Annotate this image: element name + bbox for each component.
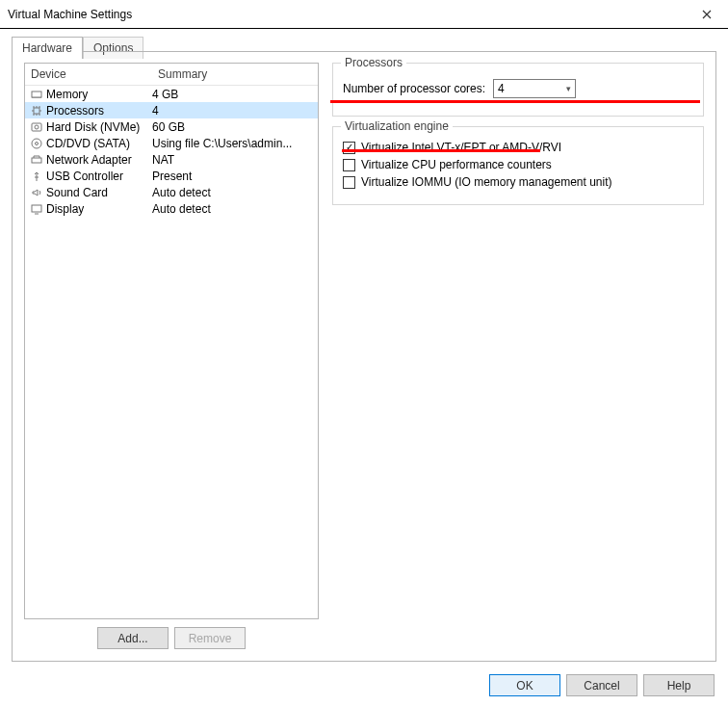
iommu-checkbox-row: Virtualize IOMMU (IO memory management u… <box>343 175 693 189</box>
config-panel: Processors Number of processor cores: 4 … <box>332 63 704 649</box>
device-grid-header: Device Summary <box>25 64 318 86</box>
svg-rect-0 <box>32 92 41 97</box>
device-row-display[interactable]: Display Auto detect <box>25 200 318 217</box>
svg-rect-7 <box>32 205 41 212</box>
device-name: Network Adapter <box>44 153 152 167</box>
device-summary: Present <box>152 170 314 183</box>
device-grid: Device Summary Memory 4 GB Processors 4 <box>24 63 319 619</box>
perf-checkbox[interactable] <box>343 159 355 171</box>
device-row-harddisk[interactable]: Hard Disk (NVMe) 60 GB <box>25 118 318 135</box>
svg-rect-2 <box>32 123 41 131</box>
device-name: Display <box>44 202 152 216</box>
iommu-checkbox[interactable] <box>343 176 355 189</box>
device-row-usb[interactable]: USB Controller Present <box>25 168 318 184</box>
add-button[interactable]: Add... <box>97 627 169 649</box>
dialog-footer: OK Cancel Help <box>489 674 715 696</box>
display-icon <box>29 203 44 215</box>
cores-value: 4 <box>498 82 505 95</box>
virtualization-group: Virtualization engine Virtualize Intel V… <box>332 126 704 205</box>
highlight-line <box>330 100 700 103</box>
header-summary: Summary <box>152 64 318 85</box>
perf-checkbox-row: Virtualize CPU performance counters <box>343 158 693 171</box>
close-icon <box>702 10 712 19</box>
device-row-network[interactable]: Network Adapter NAT <box>25 151 318 168</box>
usb-icon <box>29 170 44 182</box>
device-buttons: Add... Remove <box>24 627 319 649</box>
svg-point-5 <box>36 142 39 144</box>
cores-select[interactable]: 4 ▾ <box>493 79 576 98</box>
device-summary: Using file C:\Users\admin... <box>152 137 314 150</box>
header-device: Device <box>25 64 152 85</box>
processors-group: Processors Number of processor cores: 4 … <box>332 63 704 117</box>
device-row-sound[interactable]: Sound Card Auto detect <box>25 184 318 200</box>
titlebar: Virtual Machine Settings <box>0 0 728 29</box>
device-summary: 60 GB <box>152 120 314 134</box>
svg-rect-6 <box>32 158 41 163</box>
iommu-label: Virtualize IOMMU (IO memory management u… <box>361 175 612 189</box>
device-name: Memory <box>44 88 152 101</box>
highlight-line <box>342 149 540 152</box>
ok-button[interactable]: OK <box>489 674 560 696</box>
tab-hardware[interactable]: Hardware <box>12 37 83 59</box>
device-panel: Device Summary Memory 4 GB Processors 4 <box>24 63 319 649</box>
remove-button: Remove <box>174 627 246 649</box>
virtualization-group-title: Virtualization engine <box>341 119 453 133</box>
device-summary: 4 <box>152 104 314 118</box>
device-name: Hard Disk (NVMe) <box>44 120 152 134</box>
window-title: Virtual Machine Settings <box>8 8 688 21</box>
device-name: USB Controller <box>44 170 152 183</box>
content: Device Summary Memory 4 GB Processors 4 <box>12 51 716 662</box>
tab-underline <box>12 51 716 52</box>
chevron-down-icon: ▾ <box>566 84 571 93</box>
svg-rect-1 <box>34 108 39 114</box>
help-button[interactable]: Help <box>643 674 715 696</box>
processors-group-title: Processors <box>341 56 406 69</box>
disk-icon <box>29 121 44 133</box>
network-icon <box>29 154 44 166</box>
device-summary: Auto detect <box>152 202 314 216</box>
memory-icon <box>29 89 44 100</box>
device-name: Sound Card <box>44 186 152 199</box>
device-row-processors[interactable]: Processors 4 <box>25 102 318 118</box>
device-summary: Auto detect <box>152 186 314 199</box>
cores-row: Number of processor cores: 4 ▾ <box>343 79 693 98</box>
device-summary: 4 GB <box>152 88 314 101</box>
device-row-memory[interactable]: Memory 4 GB <box>25 86 318 102</box>
device-row-cddvd[interactable]: CD/DVD (SATA) Using file C:\Users\admin.… <box>25 135 318 151</box>
close-button[interactable] <box>688 1 726 28</box>
cd-icon <box>29 138 44 149</box>
sound-icon <box>29 187 44 198</box>
device-name: Processors <box>44 104 152 118</box>
svg-point-3 <box>35 125 39 129</box>
perf-label: Virtualize CPU performance counters <box>361 158 552 171</box>
device-name: CD/DVD (SATA) <box>44 137 152 150</box>
svg-point-4 <box>32 139 41 148</box>
cancel-button[interactable]: Cancel <box>566 674 637 696</box>
device-summary: NAT <box>152 153 314 167</box>
cores-label: Number of processor cores: <box>343 82 485 95</box>
cpu-icon <box>29 105 44 117</box>
